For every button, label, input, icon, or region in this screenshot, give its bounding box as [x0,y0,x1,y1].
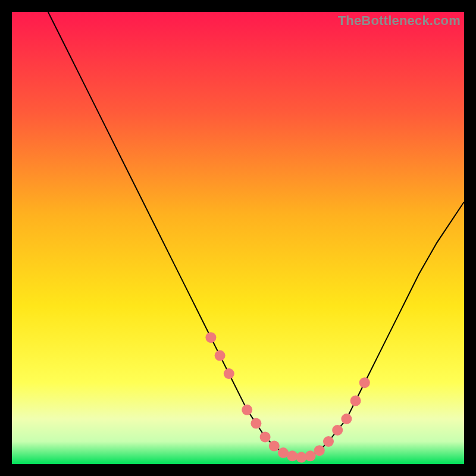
highlight-marker [350,396,361,406]
highlight-marker [287,450,298,461]
highlight-marker [341,414,352,424]
highlight-marker [242,405,252,415]
highlight-marker [359,377,370,388]
highlight-marker [323,436,334,447]
chart-frame: TheBottleneck.com [12,12,464,464]
highlight-marker [305,450,316,461]
gradient-background [12,12,464,464]
watermark-label: TheBottleneck.com [338,13,461,29]
highlight-marker [215,350,226,361]
bottleneck-chart [12,12,464,464]
highlight-marker [332,425,343,436]
highlight-marker [260,431,271,442]
highlight-marker [250,418,261,429]
highlight-marker [296,452,306,463]
highlight-marker [205,332,216,343]
highlight-marker [269,441,280,452]
highlight-marker [314,445,325,456]
highlight-marker [224,368,234,379]
